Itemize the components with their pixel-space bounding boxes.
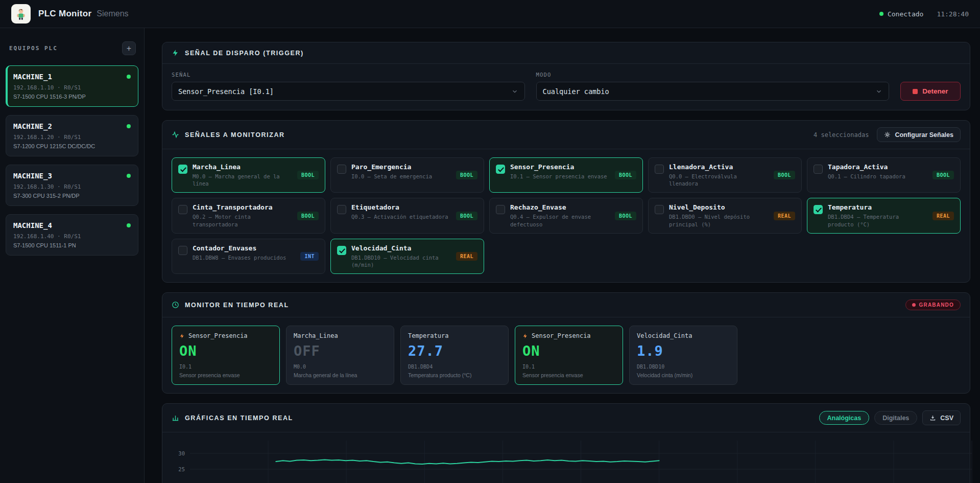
signal-card[interactable]: Temperatura DB1.DBD4 — Temperatura produ… [807,198,961,233]
signal-checkbox[interactable] [178,246,187,255]
chevron-down-icon [875,88,882,95]
signal-detail: Q0.3 — Activación etiquetadora [351,213,451,220]
signal-type-badge: BOOL [456,212,477,220]
live-value-card: Sensor_Presencia ON I0.1 Sensor presenci… [515,326,623,385]
signal-detail: DB1.DBD10 — Velocidad cinta (m/min) [351,254,451,268]
lightning-icon [172,49,179,57]
live-address: I0.1 [179,364,272,370]
trigger-signal-select[interactable]: Sensor_Presencia [I0.1] [172,82,525,101]
app-logo [11,4,31,24]
live-value-card: Velocidad_Cinta 1.9 DB1.DBD10 Velocidad … [629,326,737,385]
machine-card[interactable]: MACHINE_2 192.168.1.20 · R0/S1 S7-1200 C… [6,115,138,156]
download-icon [929,415,936,421]
signal-type-badge: BOOL [456,171,477,179]
signal-card[interactable]: Tapadora_Activa Q0.1 — Cilindro tapadora… [807,157,961,193]
signal-name: Velocidad_Cinta [351,244,451,252]
live-value: 27.7 [408,343,501,359]
configure-signals-label: Configurar Señales [895,131,953,139]
signal-card[interactable]: Rechazo_Envase Q0.4 — Expulsor de envase… [489,198,643,233]
analog-tab[interactable]: Analógicas [819,411,870,425]
machine-online-dot [127,75,131,79]
signal-field-label: SEÑAL [172,72,525,78]
sidebar: EQUIPOS PLC + MACHINE_1 192.168.1.10 · R… [0,28,145,483]
add-plc-button[interactable]: + [122,41,136,55]
signal-name: Paro_Emergencia [351,163,451,171]
configure-signals-button[interactable]: Configurar Señales [877,127,961,142]
sidebar-title: EQUIPOS PLC [9,45,58,52]
signal-card[interactable]: Etiquetadora Q0.3 — Activación etiquetad… [330,198,484,233]
machine-cpu: S7-1200 CPU 1215C DC/DC/DC [13,143,131,149]
csv-export-button[interactable]: CSV [922,410,961,425]
signal-card[interactable]: Contador_Envases DB1.DBW8 — Envases prod… [172,239,325,274]
machine-name: MACHINE_4 [13,221,52,229]
temperature-line-chart: 3025201510 [168,438,975,483]
signal-checkbox[interactable] [337,165,346,174]
signal-card[interactable]: Cinta_Transportadora Q0.2 — Motor cinta … [172,198,325,233]
machine-card[interactable]: MACHINE_1 192.168.1.10 · R0/S1 S7-1500 C… [6,65,138,107]
connected-dot-icon [879,12,883,16]
signal-checkbox[interactable] [178,205,187,214]
signal-name: Sensor_Presencia [510,163,610,171]
machine-online-dot [127,223,131,227]
signal-type-badge: INT [300,252,319,261]
monitor-section: MONITOR EN TIEMPO REAL GRABANDO Sensor_P… [162,292,970,394]
signal-type-badge: BOOL [615,212,636,220]
trigger-section-title: SEÑAL DE DISPARO (TRIGGER) [185,50,304,57]
signal-checkbox[interactable] [496,205,505,214]
signal-checkbox[interactable] [814,205,823,214]
recording-label: GRABANDO [919,302,954,308]
signal-checkbox[interactable] [814,165,823,174]
signal-type-badge: BOOL [774,171,795,179]
signal-detail: Q0.1 — Cilindro tapadora [828,173,927,180]
signal-card[interactable]: Sensor_Presencia I0.1 — Sensor presencia… [489,157,643,193]
signal-card[interactable]: Paro_Emergencia I0.0 — Seta de emergenci… [330,157,484,193]
signal-checkbox[interactable] [496,165,505,174]
trigger-mode-select[interactable]: Cualquier cambio [536,82,890,101]
charts-section-title: GRÁFICAS EN TIEMPO REAL [185,415,293,422]
signal-name: Tapadora_Activa [828,163,927,171]
signal-name: Etiquetadora [351,203,451,211]
live-description: Velocidad cinta (m/min) [637,372,730,378]
svg-text:30: 30 [178,450,185,456]
live-value-card: Marcha_Linea OFF M0.0 Marcha general de … [286,326,394,385]
signal-card[interactable]: Llenadora_Activa Q0.0 — Electroválvula l… [648,157,802,193]
signal-detail: I0.1 — Sensor presencia envase [510,173,610,180]
trigger-bolt-icon [179,333,185,339]
selected-count: 4 seleccionadas [814,131,869,139]
signal-detail: M0.0 — Marcha general de la línea [193,173,292,187]
gear-icon [884,131,891,138]
signal-detail: Q0.0 — Electroválvula llenadora [669,173,769,187]
live-signal-name: Temperatura [408,332,448,339]
signal-card[interactable]: Velocidad_Cinta DB1.DBD10 — Velocidad ci… [330,239,484,274]
signal-type-badge: BOOL [933,171,954,179]
machine-card[interactable]: MACHINE_3 192.168.1.30 · R0/S1 S7-300 CP… [6,165,138,206]
live-description: Marcha general de la línea [294,372,387,378]
signal-card[interactable]: Nivel_Deposito DB1.DBD0 — Nivel depósito… [648,198,802,233]
signal-checkbox[interactable] [655,165,664,174]
signal-checkbox[interactable] [337,205,346,214]
recording-dot-icon [912,303,916,307]
connection-status: Conectado [879,10,923,18]
trigger-section: SEÑAL DE DISPARO (TRIGGER) SEÑAL Sensor_… [162,42,970,110]
topbar: PLC Monitor Siemens Conectado 11:28:40 [0,0,980,28]
signal-checkbox[interactable] [178,165,187,174]
machine-cpu: S7-1500 CPU 1511-1 PN [13,242,131,248]
digital-tab[interactable]: Digitales [874,411,917,425]
mascot-icon [14,7,28,20]
signal-type-badge: REAL [774,212,795,220]
signal-name: Rechazo_Envase [510,203,610,211]
signal-detail: I0.0 — Seta de emergencia [351,173,451,180]
clock-icon [172,301,179,309]
signals-section: SEÑALES A MONITORIZAR 4 seleccionadas Co… [162,120,970,283]
charts-section: GRÁFICAS EN TIEMPO REAL Analógicas Digit… [162,403,970,483]
machine-card[interactable]: MACHINE_4 192.168.1.40 · R0/S1 S7-1500 C… [6,214,138,256]
stop-button[interactable]: Detener [900,82,961,101]
signal-card[interactable]: Marcha_Linea M0.0 — Marcha general de la… [172,157,325,193]
stop-square-icon [913,89,918,94]
app-subtitle: Siemens [97,9,128,18]
signal-checkbox[interactable] [655,205,664,214]
signal-type-badge: REAL [456,252,477,261]
machine-list: MACHINE_1 192.168.1.10 · R0/S1 S7-1500 C… [6,65,138,256]
signal-checkbox[interactable] [337,246,346,255]
live-description: Sensor presencia envase [179,372,272,378]
